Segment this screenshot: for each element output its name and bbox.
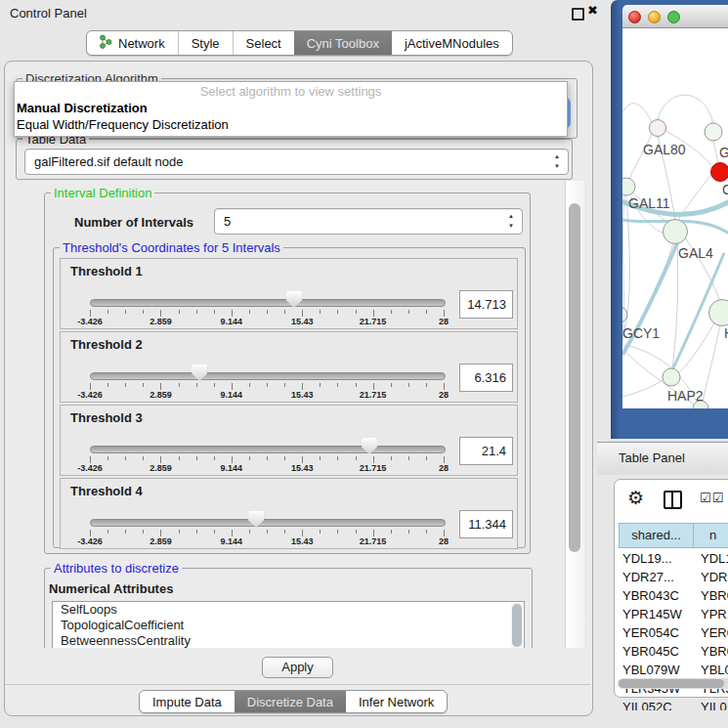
tab-style[interactable]: Style xyxy=(178,31,233,55)
algorithm-popup-hint: Select algorithm to view settings xyxy=(15,82,567,100)
apply-button[interactable]: Apply xyxy=(262,657,333,678)
node-hap2[interactable] xyxy=(663,368,680,386)
tick-mark xyxy=(90,456,91,463)
table-row[interactable]: YPR145WYPR1 xyxy=(615,605,728,623)
network-canvas[interactable]: GAL80 G C GAL11 GAL4 GCY1 H HAP2 xyxy=(622,28,728,408)
node-gal4[interactable] xyxy=(664,220,688,244)
tick-mark xyxy=(90,383,91,390)
tick-mark xyxy=(232,530,233,536)
list-item[interactable]: SelfLoops xyxy=(53,602,524,618)
tick-mark xyxy=(107,456,108,460)
node-partial-top-right[interactable] xyxy=(705,123,722,141)
node-red-selected[interactable] xyxy=(711,163,728,182)
threshold-3-slider[interactable]: -3.426 2.859 9.144 15.43 21.715 28 xyxy=(90,406,444,475)
algorithm-option-equal-width[interactable]: Equal Width/Frequency Discretization xyxy=(15,116,567,133)
table-row[interactable]: YBR045CYBR0 xyxy=(615,642,728,661)
table-data-combo[interactable]: galFiltered.sif default node ▲▼ xyxy=(24,149,569,175)
list-scrollbar[interactable] xyxy=(511,603,523,648)
slider-track[interactable] xyxy=(90,446,446,453)
node-label: GAL80 xyxy=(643,142,686,157)
bottom-tab-bar: Impute Data Discretize Data Infer Networ… xyxy=(139,690,448,713)
slider-scale: -3.426 2.859 9.144 15.43 21.715 28 xyxy=(90,317,444,327)
table-row[interactable]: YIL052CYIL0 xyxy=(615,698,728,710)
tick-mark xyxy=(337,383,338,387)
table-row[interactable]: YDL19...YDL1 xyxy=(615,549,728,568)
close-icon[interactable]: ✖ xyxy=(587,3,598,18)
tick-mark xyxy=(426,530,427,534)
list-item[interactable]: TopologicalCoefficient xyxy=(53,618,524,633)
tick-mark xyxy=(408,456,409,460)
tick-mark xyxy=(125,310,126,314)
number-of-intervals-value: 5 xyxy=(224,214,231,229)
node-gal11[interactable] xyxy=(622,178,635,195)
tick-mark xyxy=(160,383,161,390)
column-header-name[interactable]: n xyxy=(694,523,728,548)
tab-infer-network[interactable]: Infer Network xyxy=(346,691,447,712)
interval-definition-label: Interval Definition xyxy=(51,186,154,200)
tick-mark xyxy=(284,383,285,387)
slider-track[interactable] xyxy=(90,372,446,380)
node-label: GCY1 xyxy=(622,325,660,341)
number-of-intervals-combo[interactable]: 5 ▲▼ xyxy=(214,208,523,235)
tick-mark xyxy=(444,310,445,317)
tab-select[interactable]: Select xyxy=(233,31,294,55)
tick-mark xyxy=(214,383,215,387)
scrollbar-thumb[interactable] xyxy=(569,203,580,552)
threshold-1-value-field[interactable]: 14.713 xyxy=(459,290,513,319)
panel-scrollbar[interactable] xyxy=(565,181,584,648)
tab-discretize-data[interactable]: Discretize Data xyxy=(235,691,346,712)
close-traffic-light[interactable] xyxy=(628,11,641,23)
slider-track[interactable] xyxy=(90,299,446,307)
tab-cyni-toolbox[interactable]: Cyni Toolbox xyxy=(294,31,392,55)
table-panel-body: ⚙ ☑☑ shared... n YDL19...YDL1 YDR27...YD… xyxy=(597,475,728,728)
column-header-shared[interactable]: shared... xyxy=(619,523,694,548)
slider-track[interactable] xyxy=(90,519,446,527)
attributes-group: Attributes to discretize Numerical Attri… xyxy=(44,568,533,648)
algorithm-option-manual[interactable]: Manual Discretization xyxy=(15,100,567,116)
gear-icon[interactable]: ⚙ xyxy=(627,487,644,509)
tick-mark xyxy=(408,383,409,387)
tick-mark xyxy=(90,310,91,317)
interval-definition-group: Interval Definition Number of Intervals … xyxy=(44,193,531,554)
list-item[interactable]: BetweennessCentrality xyxy=(53,633,524,648)
tab-impute-data[interactable]: Impute Data xyxy=(140,691,235,712)
threshold-4-value-field[interactable]: 11.344 xyxy=(459,510,513,538)
tick-mark xyxy=(143,383,144,387)
tick-mark xyxy=(196,530,197,534)
table-data-group: Table Data galFiltered.sif default node … xyxy=(16,139,573,180)
tick-mark xyxy=(373,456,374,463)
threshold-1-slider[interactable]: -3.426 2.859 9.144 15.43 21.715 28 xyxy=(90,259,444,328)
table-horizontal-scrollbar[interactable] xyxy=(618,678,728,689)
node-right[interactable] xyxy=(709,300,728,326)
minimize-traffic-light[interactable] xyxy=(648,11,661,23)
threshold-row-3: Threshold 3 -3.426 2.859 9.144 15.43 21.… xyxy=(60,405,518,476)
column-checkboxes-icon[interactable]: ☑☑ xyxy=(700,491,724,505)
node-gal80[interactable] xyxy=(650,120,666,137)
scrollbar-thumb[interactable] xyxy=(619,679,724,688)
numerical-attributes-list[interactable]: SelfLoops TopologicalCoefficient Between… xyxy=(52,601,525,648)
tab-network[interactable]: Network xyxy=(87,31,178,55)
tick-mark xyxy=(284,530,285,534)
float-window-icon[interactable] xyxy=(572,8,584,21)
tick-mark xyxy=(320,530,321,534)
tab-jactivemnodules[interactable]: jActiveMNodules xyxy=(392,31,512,55)
scrollbar-thumb[interactable] xyxy=(512,604,522,647)
threshold-2-slider[interactable]: -3.426 2.859 9.144 15.43 21.715 28 xyxy=(90,332,444,402)
tick-mark xyxy=(320,456,321,460)
threshold-4-slider[interactable]: -3.426 2.859 9.144 15.43 21.715 28 xyxy=(90,479,444,548)
tick-mark xyxy=(320,310,321,314)
tick-mark xyxy=(196,310,197,314)
control-panel-title: Control Panel xyxy=(10,6,87,21)
table-row[interactable]: YBL079WYBL0 xyxy=(615,661,728,679)
node-label: G xyxy=(719,145,728,160)
threshold-3-value-field[interactable]: 21.4 xyxy=(459,437,513,465)
settings-scroll-area[interactable]: Interval Definition Number of Intervals … xyxy=(16,181,565,648)
tick-mark xyxy=(320,383,321,387)
network-window-titlebar[interactable] xyxy=(622,5,728,28)
table-row[interactable]: YDR27...YDR2 xyxy=(615,568,728,586)
table-row[interactable]: YER054CYER0 xyxy=(615,623,728,642)
zoom-traffic-light[interactable] xyxy=(667,11,680,23)
table-row[interactable]: YBR043CYBR0 xyxy=(615,586,728,605)
threshold-2-value-field[interactable]: 6.316 xyxy=(459,364,513,392)
split-columns-icon[interactable] xyxy=(664,491,682,509)
